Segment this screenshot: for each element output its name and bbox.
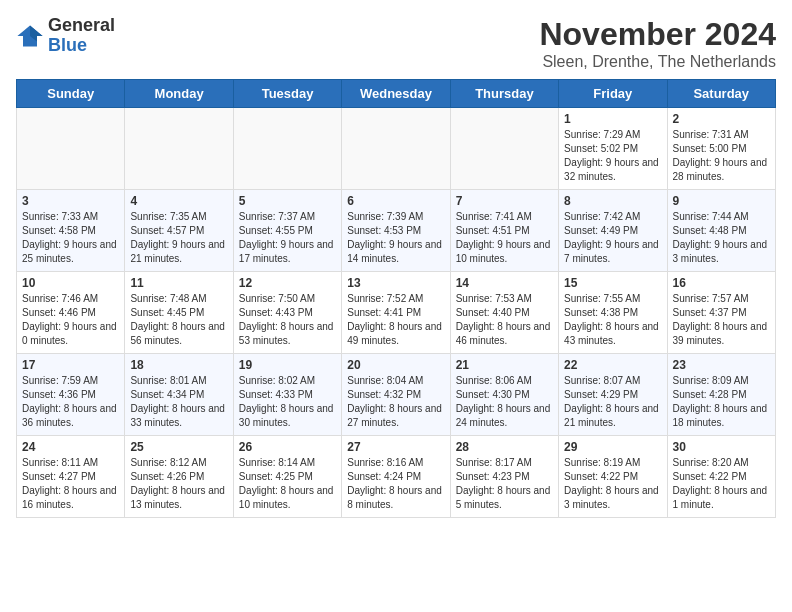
day-number: 12 [239, 276, 336, 290]
day-number: 13 [347, 276, 444, 290]
day-info: Sunrise: 8:11 AM Sunset: 4:27 PM Dayligh… [22, 456, 119, 512]
day-number: 26 [239, 440, 336, 454]
logo-blue: Blue [48, 36, 115, 56]
calendar-week-row: 10Sunrise: 7:46 AM Sunset: 4:46 PM Dayli… [17, 272, 776, 354]
weekday-header: Saturday [667, 80, 775, 108]
calendar-cell: 25Sunrise: 8:12 AM Sunset: 4:26 PM Dayli… [125, 436, 233, 518]
day-info: Sunrise: 7:33 AM Sunset: 4:58 PM Dayligh… [22, 210, 119, 266]
day-info: Sunrise: 7:31 AM Sunset: 5:00 PM Dayligh… [673, 128, 770, 184]
calendar-week-row: 17Sunrise: 7:59 AM Sunset: 4:36 PM Dayli… [17, 354, 776, 436]
day-info: Sunrise: 7:35 AM Sunset: 4:57 PM Dayligh… [130, 210, 227, 266]
calendar-cell: 11Sunrise: 7:48 AM Sunset: 4:45 PM Dayli… [125, 272, 233, 354]
month-title: November 2024 [539, 16, 776, 53]
calendar-week-row: 3Sunrise: 7:33 AM Sunset: 4:58 PM Daylig… [17, 190, 776, 272]
calendar-cell: 28Sunrise: 8:17 AM Sunset: 4:23 PM Dayli… [450, 436, 558, 518]
calendar-cell: 23Sunrise: 8:09 AM Sunset: 4:28 PM Dayli… [667, 354, 775, 436]
day-number: 15 [564, 276, 661, 290]
page-header: General Blue November 2024 Sleen, Drenth… [16, 16, 776, 71]
calendar-week-row: 24Sunrise: 8:11 AM Sunset: 4:27 PM Dayli… [17, 436, 776, 518]
day-info: Sunrise: 7:57 AM Sunset: 4:37 PM Dayligh… [673, 292, 770, 348]
calendar-cell: 30Sunrise: 8:20 AM Sunset: 4:22 PM Dayli… [667, 436, 775, 518]
calendar-cell: 27Sunrise: 8:16 AM Sunset: 4:24 PM Dayli… [342, 436, 450, 518]
day-info: Sunrise: 7:41 AM Sunset: 4:51 PM Dayligh… [456, 210, 553, 266]
day-number: 8 [564, 194, 661, 208]
weekday-header: Friday [559, 80, 667, 108]
weekday-header: Wednesday [342, 80, 450, 108]
day-number: 22 [564, 358, 661, 372]
calendar-cell [125, 108, 233, 190]
calendar-cell: 17Sunrise: 7:59 AM Sunset: 4:36 PM Dayli… [17, 354, 125, 436]
weekday-header: Thursday [450, 80, 558, 108]
day-number: 28 [456, 440, 553, 454]
day-number: 17 [22, 358, 119, 372]
day-info: Sunrise: 8:19 AM Sunset: 4:22 PM Dayligh… [564, 456, 661, 512]
day-number: 9 [673, 194, 770, 208]
calendar-week-row: 1Sunrise: 7:29 AM Sunset: 5:02 PM Daylig… [17, 108, 776, 190]
calendar-cell: 14Sunrise: 7:53 AM Sunset: 4:40 PM Dayli… [450, 272, 558, 354]
day-number: 23 [673, 358, 770, 372]
calendar-cell: 24Sunrise: 8:11 AM Sunset: 4:27 PM Dayli… [17, 436, 125, 518]
day-number: 2 [673, 112, 770, 126]
calendar-cell: 13Sunrise: 7:52 AM Sunset: 4:41 PM Dayli… [342, 272, 450, 354]
day-number: 21 [456, 358, 553, 372]
calendar-cell: 12Sunrise: 7:50 AM Sunset: 4:43 PM Dayli… [233, 272, 341, 354]
day-info: Sunrise: 8:20 AM Sunset: 4:22 PM Dayligh… [673, 456, 770, 512]
day-number: 16 [673, 276, 770, 290]
day-info: Sunrise: 8:01 AM Sunset: 4:34 PM Dayligh… [130, 374, 227, 430]
day-number: 4 [130, 194, 227, 208]
day-info: Sunrise: 7:44 AM Sunset: 4:48 PM Dayligh… [673, 210, 770, 266]
day-number: 3 [22, 194, 119, 208]
calendar-cell: 15Sunrise: 7:55 AM Sunset: 4:38 PM Dayli… [559, 272, 667, 354]
day-number: 25 [130, 440, 227, 454]
calendar-cell: 16Sunrise: 7:57 AM Sunset: 4:37 PM Dayli… [667, 272, 775, 354]
calendar-cell [233, 108, 341, 190]
day-info: Sunrise: 7:52 AM Sunset: 4:41 PM Dayligh… [347, 292, 444, 348]
day-info: Sunrise: 7:53 AM Sunset: 4:40 PM Dayligh… [456, 292, 553, 348]
day-info: Sunrise: 8:02 AM Sunset: 4:33 PM Dayligh… [239, 374, 336, 430]
day-info: Sunrise: 8:06 AM Sunset: 4:30 PM Dayligh… [456, 374, 553, 430]
day-number: 11 [130, 276, 227, 290]
calendar-cell [17, 108, 125, 190]
logo-text: General Blue [48, 16, 115, 56]
calendar-cell: 2Sunrise: 7:31 AM Sunset: 5:00 PM Daylig… [667, 108, 775, 190]
day-info: Sunrise: 7:39 AM Sunset: 4:53 PM Dayligh… [347, 210, 444, 266]
day-number: 1 [564, 112, 661, 126]
day-number: 10 [22, 276, 119, 290]
day-info: Sunrise: 8:16 AM Sunset: 4:24 PM Dayligh… [347, 456, 444, 512]
calendar-cell: 26Sunrise: 8:14 AM Sunset: 4:25 PM Dayli… [233, 436, 341, 518]
title-area: November 2024 Sleen, Drenthe, The Nether… [539, 16, 776, 71]
day-info: Sunrise: 8:07 AM Sunset: 4:29 PM Dayligh… [564, 374, 661, 430]
calendar-cell: 3Sunrise: 7:33 AM Sunset: 4:58 PM Daylig… [17, 190, 125, 272]
calendar-cell: 7Sunrise: 7:41 AM Sunset: 4:51 PM Daylig… [450, 190, 558, 272]
day-info: Sunrise: 7:42 AM Sunset: 4:49 PM Dayligh… [564, 210, 661, 266]
day-number: 7 [456, 194, 553, 208]
calendar-cell: 5Sunrise: 7:37 AM Sunset: 4:55 PM Daylig… [233, 190, 341, 272]
day-info: Sunrise: 8:17 AM Sunset: 4:23 PM Dayligh… [456, 456, 553, 512]
day-info: Sunrise: 8:12 AM Sunset: 4:26 PM Dayligh… [130, 456, 227, 512]
calendar-cell: 4Sunrise: 7:35 AM Sunset: 4:57 PM Daylig… [125, 190, 233, 272]
day-info: Sunrise: 7:29 AM Sunset: 5:02 PM Dayligh… [564, 128, 661, 184]
calendar-cell: 6Sunrise: 7:39 AM Sunset: 4:53 PM Daylig… [342, 190, 450, 272]
calendar-table: SundayMondayTuesdayWednesdayThursdayFrid… [16, 79, 776, 518]
calendar-cell: 9Sunrise: 7:44 AM Sunset: 4:48 PM Daylig… [667, 190, 775, 272]
location-title: Sleen, Drenthe, The Netherlands [539, 53, 776, 71]
day-number: 27 [347, 440, 444, 454]
weekday-header: Sunday [17, 80, 125, 108]
day-info: Sunrise: 7:50 AM Sunset: 4:43 PM Dayligh… [239, 292, 336, 348]
calendar-cell: 18Sunrise: 8:01 AM Sunset: 4:34 PM Dayli… [125, 354, 233, 436]
calendar-cell: 22Sunrise: 8:07 AM Sunset: 4:29 PM Dayli… [559, 354, 667, 436]
day-number: 30 [673, 440, 770, 454]
weekday-header: Monday [125, 80, 233, 108]
day-number: 18 [130, 358, 227, 372]
day-info: Sunrise: 8:14 AM Sunset: 4:25 PM Dayligh… [239, 456, 336, 512]
day-number: 19 [239, 358, 336, 372]
day-number: 6 [347, 194, 444, 208]
calendar-cell: 20Sunrise: 8:04 AM Sunset: 4:32 PM Dayli… [342, 354, 450, 436]
calendar-cell: 1Sunrise: 7:29 AM Sunset: 5:02 PM Daylig… [559, 108, 667, 190]
calendar-cell [342, 108, 450, 190]
calendar-header-row: SundayMondayTuesdayWednesdayThursdayFrid… [17, 80, 776, 108]
calendar-body: 1Sunrise: 7:29 AM Sunset: 5:02 PM Daylig… [17, 108, 776, 518]
day-number: 5 [239, 194, 336, 208]
calendar-cell [450, 108, 558, 190]
day-number: 24 [22, 440, 119, 454]
